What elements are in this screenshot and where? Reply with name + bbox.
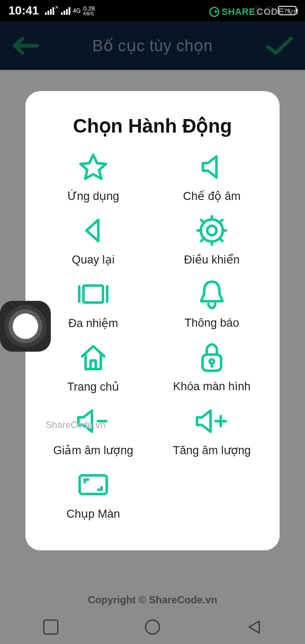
action-notifications[interactable]: Thông báo xyxy=(152,279,271,343)
triangle-left-icon xyxy=(80,216,106,245)
svg-rect-11 xyxy=(80,475,107,494)
action-label: Chụp Màn xyxy=(67,507,120,521)
assistive-dot-icon xyxy=(13,314,38,339)
action-empty xyxy=(152,470,271,533)
action-apps[interactable]: Ứng dụng xyxy=(34,152,152,216)
watermark-top: SHARE CODE .vn xyxy=(209,6,299,17)
star-icon xyxy=(78,152,108,182)
screen: 10:41 × 4G 0.28 KB/S 79 Bố cục tùy chọn xyxy=(0,0,305,644)
action-label: Khóa màn hình xyxy=(173,380,250,393)
action-label: Tăng âm lượng xyxy=(173,444,251,457)
svg-point-1 xyxy=(201,219,223,242)
watermark-logo-icon xyxy=(209,7,219,17)
action-lock-screen[interactable]: Khóa màn hình xyxy=(152,343,271,406)
assistive-touch-button[interactable] xyxy=(0,301,51,352)
action-label: Đa nhiệm xyxy=(68,316,118,330)
lock-icon xyxy=(198,343,225,372)
watermark-part: .vn xyxy=(286,6,299,17)
action-label: Điều khiển xyxy=(184,253,240,266)
speaker-icon xyxy=(197,152,227,182)
multitask-icon xyxy=(74,279,112,309)
gear-icon xyxy=(197,216,227,245)
action-control[interactable]: Điều khiển xyxy=(152,216,271,279)
action-screenshot[interactable]: Chụp Màn xyxy=(34,470,152,533)
bell-icon xyxy=(197,279,227,309)
watermark-part: SHARE xyxy=(222,6,255,17)
action-grid: Ứng dụng Chế độ âm Quay lại xyxy=(34,152,271,533)
svg-rect-2 xyxy=(83,286,103,303)
action-back[interactable]: Quay lại xyxy=(34,216,152,279)
action-home[interactable]: Trang chủ xyxy=(34,343,152,406)
status-speed: 0.28 KB/S xyxy=(83,6,95,16)
action-label: Thông báo xyxy=(184,316,239,330)
status-time: 10:41 xyxy=(8,4,39,17)
volume-up-icon xyxy=(193,406,231,436)
action-volume-up[interactable]: Tăng âm lượng xyxy=(152,406,271,470)
status-speed-value: 0.28 xyxy=(83,6,95,11)
action-label: Ứng dụng xyxy=(67,189,119,203)
signal-x-icon: × xyxy=(55,4,58,11)
action-multitask[interactable]: Đa nhiệm xyxy=(34,279,152,343)
signal-sim2-icon xyxy=(61,6,70,15)
status-speed-unit: KB/S xyxy=(83,11,95,16)
dialog-title: Chọn Hành Động xyxy=(34,114,271,137)
status-network: 4G xyxy=(73,8,81,14)
action-label: Giảm âm lượng xyxy=(53,444,133,457)
action-label: Trang chủ xyxy=(67,380,119,394)
action-sound-mode[interactable]: Chế độ âm xyxy=(152,152,271,216)
signal-sim1-icon xyxy=(45,6,54,15)
action-dialog: Chọn Hành Động Ứng dụng Chế độ âm Quay l… xyxy=(25,91,280,550)
home-icon xyxy=(78,343,108,372)
watermark-center: ShareCode.vn xyxy=(46,419,105,430)
action-label: Chế độ âm xyxy=(183,189,241,203)
action-volume-down[interactable]: Giảm âm lượng xyxy=(34,406,152,470)
status-net-type: 4G xyxy=(73,8,81,14)
action-label: Quay lại xyxy=(72,253,114,266)
svg-point-0 xyxy=(207,226,216,235)
watermark-part: CODE xyxy=(257,6,285,17)
screenshot-icon xyxy=(76,470,110,500)
